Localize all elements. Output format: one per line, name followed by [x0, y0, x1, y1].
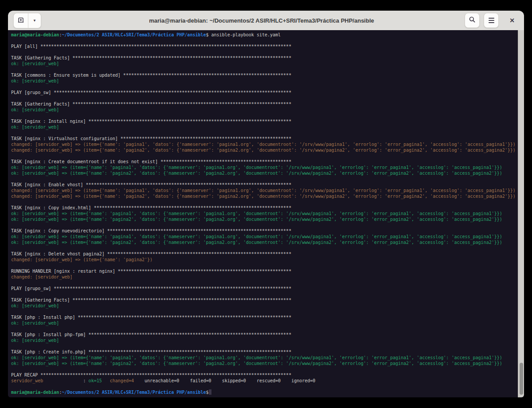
search-button[interactable]: [465, 13, 480, 28]
terminal-line: changed: [servidor_web]: [11, 274, 518, 280]
menu-button[interactable]: [484, 13, 499, 28]
terminal-line: TASK [nginx : Install nginx] ***********…: [11, 118, 518, 124]
terminal-line: [11, 176, 518, 182]
terminal-line: PLAY RECAP *****************************…: [11, 372, 518, 378]
terminal-line: ok: [servidor_web] => (item={'name': 'pa…: [11, 239, 518, 245]
terminal-line: changed: [servidor_web] => (item={'name'…: [11, 141, 518, 147]
terminal-line: [11, 84, 518, 90]
chevron-down-icon: ▼: [33, 19, 36, 23]
terminal-line: ok: [servidor_web] => (item={'name': 'pa…: [11, 234, 518, 239]
terminal-line: RUNNING HANDLER [nginx : restart nginx] …: [11, 268, 518, 274]
terminal-line: TASK [nginx : Copy index.html] *********…: [11, 205, 518, 211]
terminal-line: ok: [servidor_web]: [11, 124, 518, 130]
terminal-output[interactable]: maria@maria-debian:~/Documentos/2 ASIR/H…: [8, 30, 518, 397]
terminal-line: [11, 343, 518, 349]
terminal-line: [11, 309, 518, 314]
new-tab-icon: [17, 16, 24, 25]
terminal-line: [11, 67, 518, 72]
terminal-line: changed: [servidor_web] => (item={'name'…: [11, 257, 518, 263]
terminal-line: ok: [servidor_web] => (item={'name': 'pa…: [11, 361, 518, 366]
terminal-line: TASK [nginx : Copy nuevodirectorio] ****…: [11, 228, 518, 234]
terminal-window: ▼ maria@maria-debian: ~/Documentos/2 ASI…: [8, 11, 524, 397]
terminal-line: TASK [nginx : Enable vhost] ************…: [11, 182, 518, 188]
terminal-line: ok: [servidor_web] => (item={'name': 'pa…: [11, 211, 518, 216]
terminal-line: [11, 49, 518, 55]
terminal-line: changed: [servidor_web] => (item={'name'…: [11, 147, 518, 153]
terminal-line: ok: [servidor_web]: [11, 78, 518, 84]
new-tab-split-button: ▼: [13, 13, 41, 28]
terminal-line: ok: [servidor_web] => (item={'name': 'pa…: [11, 216, 518, 222]
terminal-line: PLAY [grupo_sw] ************************…: [11, 286, 518, 291]
terminal-line: TASK [php : Create info.php] ***********…: [11, 349, 518, 355]
terminal-line: TASK [Gathering Facts] *****************…: [11, 101, 518, 107]
terminal-line: ok: [servidor_web] => (item={'name': 'pa…: [11, 165, 518, 170]
terminal-line: [11, 384, 518, 389]
terminal-line: changed: [servidor_web] => (item={'name'…: [11, 193, 518, 199]
hamburger-icon: [489, 18, 494, 23]
terminal-line: TASK [php : Install php] ***************…: [11, 314, 518, 320]
close-button[interactable]: ✕: [505, 13, 519, 27]
terminal-line: TASK [nginx : Create documentroot if it …: [11, 159, 518, 165]
scrollbar[interactable]: [518, 30, 524, 397]
terminal-line: maria@maria-debian:~/Documentos/2 ASIR/H…: [11, 389, 518, 395]
terminal-line: [11, 245, 518, 251]
terminal-line: TASK [php : Install php-fpm] ***********…: [11, 332, 518, 337]
terminal-line: [11, 153, 518, 159]
terminal-line: TASK [nginx : Delete vhost pagina2] ****…: [11, 251, 518, 257]
terminal-line: ok: [servidor_web] => (item={'name': 'pa…: [11, 355, 518, 361]
terminal-line: servidor_web : ok=15 changed=4 unreachab…: [11, 378, 518, 384]
terminal-cursor: [209, 389, 211, 395]
terminal-line: [11, 366, 518, 372]
terminal-line: PLAY [all] *****************************…: [11, 43, 518, 49]
titlebar: ▼ maria@maria-debian: ~/Documentos/2 ASI…: [8, 11, 524, 31]
terminal-line: ok: [servidor_web]: [11, 337, 518, 343]
new-tab-button[interactable]: [14, 13, 28, 28]
terminal-line: maria@maria-debian:~/Documentos/2 ASIR/H…: [11, 32, 518, 38]
terminal-line: TASK [nginx : Virtualhost configuration]…: [11, 136, 518, 141]
terminal-line: changed: [servidor_web] => (item={'name'…: [11, 188, 518, 193]
terminal-line: TASK [Gathering Facts] *****************…: [11, 55, 518, 61]
terminal-line: [11, 95, 518, 101]
terminal-line: [11, 199, 518, 205]
new-tab-dropdown-button[interactable]: ▼: [28, 13, 41, 28]
terminal-line: ok: [servidor_web]: [11, 303, 518, 309]
terminal-line: [11, 130, 518, 136]
terminal-line: [11, 291, 518, 297]
terminal-line: ok: [servidor_web]: [11, 107, 518, 113]
terminal-line: [11, 222, 518, 228]
terminal-line: TASK [Gathering Facts] *****************…: [11, 297, 518, 303]
terminal-line: [11, 280, 518, 286]
titlebar-actions: ✕: [465, 13, 519, 27]
window-title: maria@maria-debian: ~/Documentos/2 ASIR/…: [61, 17, 462, 24]
terminal-line: ok: [servidor_web]: [11, 320, 518, 326]
terminal-line: [11, 326, 518, 332]
search-icon: [469, 16, 476, 25]
terminal-line: TASK [commons : Ensure system is updated…: [11, 72, 518, 78]
terminal-line: [11, 38, 518, 43]
terminal-line: [11, 113, 518, 118]
terminal-line: ok: [servidor_web] => (item={'name': 'pa…: [11, 170, 518, 176]
terminal-line: ok: [servidor_web]: [11, 61, 518, 67]
terminal-line: [11, 263, 518, 268]
terminal-line: PLAY [grupo_sw] ************************…: [11, 90, 518, 95]
scrollbar-thumb[interactable]: [520, 363, 523, 395]
